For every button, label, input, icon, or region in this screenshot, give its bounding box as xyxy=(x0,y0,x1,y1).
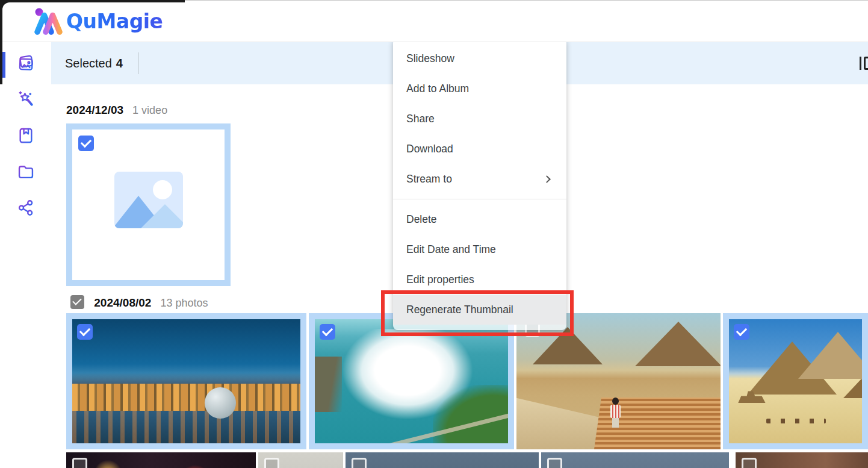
photo-vancouver-skyline xyxy=(72,319,300,443)
photo-thumbnail-overcast-2[interactable] xyxy=(541,452,729,468)
sidebar-item-ai-albums[interactable] xyxy=(16,90,36,109)
photo-thumbnail-sepia[interactable] xyxy=(736,452,868,468)
sidebar-item-folders[interactable] xyxy=(16,162,36,181)
date-group-header: 2024/12/031 video xyxy=(66,104,167,117)
menu-item-regenerate-thumbnail[interactable]: Regenerate Thumbnail xyxy=(393,295,566,325)
person-figure xyxy=(610,404,621,428)
menu-item-add-to-album[interactable]: Add to Album xyxy=(393,73,566,104)
selected-label: Selected xyxy=(65,57,112,70)
photo-niagara-falls xyxy=(315,319,508,443)
photo-thumbnail-hazy[interactable] xyxy=(258,452,343,468)
photo-giza-tourist xyxy=(516,313,721,449)
menu-item-stream-to[interactable]: Stream to xyxy=(393,164,566,194)
menu-item-edit-date-time[interactable]: Edit Date and Time xyxy=(393,234,566,264)
group-count: 1 video xyxy=(132,104,167,116)
sidebar-item-sharing[interactable] xyxy=(16,198,36,217)
item-checkbox-unchecked[interactable] xyxy=(352,458,367,468)
context-menu: Slideshow Add to Album Share Download St… xyxy=(393,39,566,330)
image-placeholder-icon xyxy=(114,172,183,228)
menu-item-download[interactable]: Download xyxy=(393,134,566,164)
magic-wand-icon xyxy=(16,90,36,109)
sidebar xyxy=(0,43,51,468)
photo-thumbnail-giza-tourist[interactable] xyxy=(516,313,721,449)
window-top-border xyxy=(185,0,868,1)
item-checkbox-checked[interactable] xyxy=(320,324,335,340)
item-checkbox-unchecked[interactable] xyxy=(264,458,279,468)
item-checkbox-checked[interactable] xyxy=(78,136,94,151)
group-checkbox-checked[interactable] xyxy=(70,295,84,309)
photo-thumbnail-niagara[interactable] xyxy=(309,313,514,449)
photo-thumbnail-giza-camels[interactable] xyxy=(723,313,868,449)
photo-thumbnail-vancouver[interactable] xyxy=(66,313,306,449)
photo-overcast-sky xyxy=(346,452,539,468)
item-checkbox-unchecked[interactable] xyxy=(547,458,562,468)
menu-item-edit-properties[interactable]: Edit properties xyxy=(393,264,566,295)
photos-icon xyxy=(16,54,36,73)
folders-icon xyxy=(16,162,36,181)
group-date: 2024/12/03 xyxy=(66,104,123,116)
menu-item-slideshow[interactable]: Slideshow xyxy=(393,43,566,73)
group-count: 13 photos xyxy=(160,297,208,309)
menu-footer xyxy=(393,325,566,330)
menu-item-delete[interactable]: Delete xyxy=(393,204,566,234)
photo-thumbnail-overcast[interactable] xyxy=(346,452,539,468)
group-date: 2024/08/02 xyxy=(94,296,151,309)
window-edge-top xyxy=(0,0,185,2)
toolbar-divider xyxy=(138,52,139,74)
item-checkbox-unchecked[interactable] xyxy=(72,458,87,468)
item-checkbox-unchecked[interactable] xyxy=(742,458,757,468)
photo-overcast-sky-2 xyxy=(541,452,729,468)
date-group-header: 2024/08/0213 photos xyxy=(70,295,208,310)
menu-item-label: Stream to xyxy=(406,173,452,185)
qumagie-logo-icon xyxy=(34,7,63,36)
selected-count: Selected4 xyxy=(65,42,123,84)
menu-divider xyxy=(393,199,566,199)
albums-icon xyxy=(16,126,36,145)
app-title: QuMagie xyxy=(66,10,163,33)
video-placeholder-image xyxy=(72,129,225,280)
menu-item-share[interactable]: Share xyxy=(393,104,566,134)
sidebar-item-albums[interactable] xyxy=(16,126,36,145)
video-thumbnail[interactable] xyxy=(66,123,231,286)
submenu-chevron-icon xyxy=(543,175,551,183)
window-rounded-corner xyxy=(2,2,19,19)
info-panel-toggle-icon[interactable] xyxy=(860,57,868,70)
app-header: QuMagie xyxy=(0,0,868,42)
selected-count-value: 4 xyxy=(116,57,123,70)
item-checkbox-checked[interactable] xyxy=(77,324,93,340)
photo-night-street xyxy=(66,452,256,468)
photo-thumbnail-night-street[interactable] xyxy=(66,452,256,468)
item-checkbox-checked[interactable] xyxy=(734,324,749,340)
sharing-icon xyxy=(16,198,36,217)
sidebar-item-photos[interactable] xyxy=(16,54,36,73)
